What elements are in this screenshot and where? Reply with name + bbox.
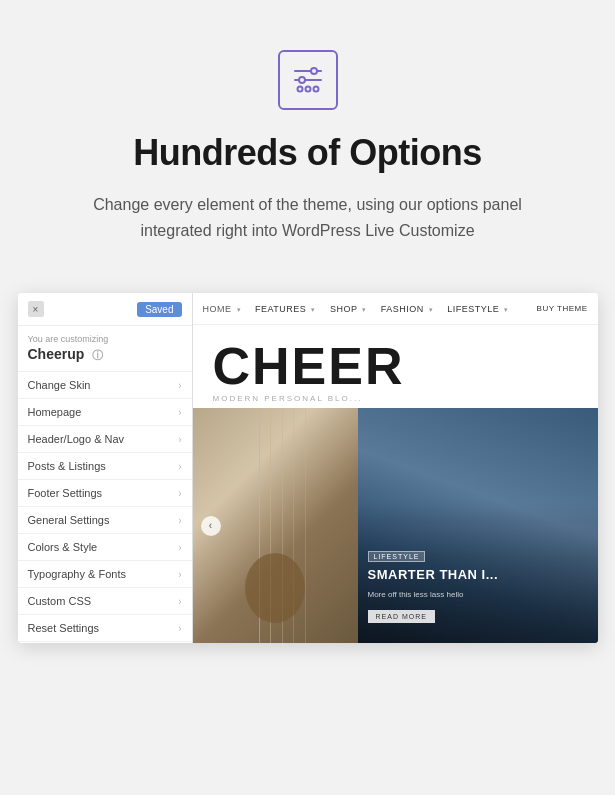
site-nav: HOME ▾ FEATURES ▾ SHOP ▾ FASHION ▾ LIFES… [193, 293, 598, 325]
blog-subtitle: MODERN PERSONAL BLO... [213, 394, 578, 403]
subtitle-line2: integrated right into WordPress Live Cus… [140, 222, 474, 239]
svg-point-2 [311, 68, 317, 74]
lifestyle-tag: LIFESTYLE [368, 551, 426, 562]
nav-arrow-icon: ▾ [237, 306, 242, 313]
nav-arrow-icon: ▾ [362, 306, 367, 313]
overlay-description: More off this less lass hello [368, 590, 588, 599]
customizer-header: × Saved [18, 293, 192, 326]
customizer-menu-item[interactable]: Typography & Fonts › [18, 561, 192, 588]
customizer-menu-item[interactable]: Colors & Style › [18, 534, 192, 561]
customizer-menu-item[interactable]: Reset Settings › [18, 615, 192, 642]
overlay-content: LIFESTYLE SMARTER THAN I... More off thi… [368, 545, 588, 624]
images-row: ‹ LIFESTYLE SMARTER THAN I... More off t… [193, 408, 598, 643]
svg-point-6 [297, 87, 302, 92]
customizer-menu-item[interactable]: Menus › [18, 642, 192, 643]
customizer-menu-item[interactable]: Footer Settings › [18, 480, 192, 507]
chevron-icon: › [178, 596, 181, 607]
customizer-panel: × Saved You are customizing Cheerup ⓘ Ch… [18, 293, 193, 643]
customizer-menu-item[interactable]: Homepage › [18, 399, 192, 426]
options-icon [290, 62, 326, 98]
site-header-area: CHEER MODERN PERSONAL BLO... [193, 325, 598, 408]
chevron-icon: › [178, 461, 181, 472]
svg-rect-4 [304, 79, 322, 81]
blog-title: CHEER [213, 340, 578, 392]
person-image-block: LIFESTYLE SMARTER THAN I... More off thi… [358, 408, 598, 643]
nav-item-shop[interactable]: SHOP ▾ [330, 304, 367, 314]
buy-theme-button[interactable]: BUY THEME [537, 304, 588, 313]
svg-point-8 [313, 87, 318, 92]
screenshot-container: × Saved You are customizing Cheerup ⓘ Ch… [18, 293, 598, 643]
nav-item-fashion[interactable]: FASHION ▾ [381, 304, 434, 314]
options-icon-box [278, 50, 338, 110]
chevron-icon: › [178, 542, 181, 553]
nav-arrow-icon: ▾ [311, 306, 316, 313]
svg-point-7 [305, 87, 310, 92]
customizer-menu-item[interactable]: General Settings › [18, 507, 192, 534]
chevron-icon: › [178, 488, 181, 499]
customizer-theme-name: Cheerup ⓘ [18, 346, 192, 372]
website-preview: HOME ▾ FEATURES ▾ SHOP ▾ FASHION ▾ LIFES… [193, 293, 598, 643]
customizer-close-button[interactable]: × [28, 301, 44, 317]
subtitle-line1: Change every element of the theme, using… [93, 196, 522, 213]
help-icon: ⓘ [92, 349, 103, 361]
customizer-menu-item[interactable]: Custom CSS › [18, 588, 192, 615]
read-more-button[interactable]: READ MORE [368, 610, 435, 623]
nav-item-home[interactable]: HOME ▾ [203, 304, 242, 314]
nav-arrow-icon: ▾ [504, 306, 509, 313]
chevron-icon: › [178, 515, 181, 526]
customizer-menu-item[interactable]: Header/Logo & Nav › [18, 426, 192, 453]
customizer-menu-item[interactable]: Change Skin › [18, 372, 192, 399]
chevron-icon: › [178, 407, 181, 418]
saved-badge: Saved [137, 302, 181, 317]
main-title: Hundreds of Options [133, 132, 481, 174]
nav-item-features[interactable]: FEATURES ▾ [255, 304, 316, 314]
chevron-icon: › [178, 434, 181, 445]
overlay-post-title: SMARTER THAN I... [368, 567, 588, 583]
svg-point-5 [299, 77, 305, 83]
svg-rect-0 [294, 70, 312, 72]
guitar-image-block: ‹ [193, 408, 358, 643]
site-content: CHEER MODERN PERSONAL BLO... [193, 325, 598, 643]
nav-arrow-icon: ▾ [429, 306, 434, 313]
chevron-icon: › [178, 623, 181, 634]
top-section: Hundreds of Options Change every element… [0, 0, 615, 273]
chevron-icon: › [178, 569, 181, 580]
subtitle: Change every element of the theme, using… [93, 192, 522, 243]
customizer-menu-item[interactable]: Posts & Listings › [18, 453, 192, 480]
nav-item-lifestyle[interactable]: LIFESTYLE ▾ [447, 304, 509, 314]
customizer-subtitle: You are customizing [18, 326, 192, 346]
chevron-icon: › [178, 380, 181, 391]
carousel-prev-button[interactable]: ‹ [201, 516, 221, 536]
